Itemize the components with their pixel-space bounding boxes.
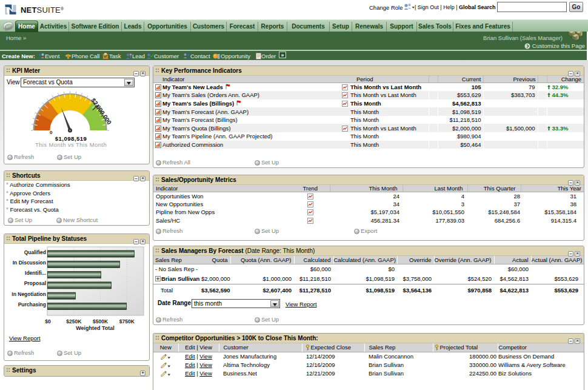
svg-text:Purchasing: Purchasing bbox=[18, 301, 46, 308]
svg-text:Proposal: Proposal bbox=[24, 280, 46, 286]
svg-text:Qualified: Qualified bbox=[24, 249, 46, 255]
svg-text:Identifi...: Identifi... bbox=[25, 270, 46, 276]
svg-text:In Discussion: In Discussion bbox=[13, 260, 46, 266]
svg-text:$750K: $750K bbox=[119, 318, 135, 324]
svg-text:$500K: $500K bbox=[93, 318, 109, 324]
svg-text:0: 0 bbox=[50, 130, 53, 135]
svg-text:In Negotiation: In Negotiation bbox=[12, 291, 46, 297]
svg-text:Weighted Total: Weighted Total bbox=[76, 325, 115, 331]
svg-text:$0: $0 bbox=[45, 318, 51, 324]
svg-text:$250K: $250K bbox=[66, 318, 82, 324]
